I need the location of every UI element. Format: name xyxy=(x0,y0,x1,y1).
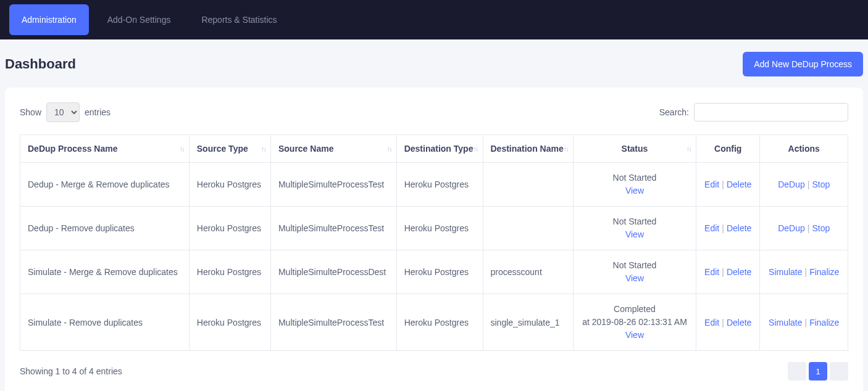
nav-tab-reports-statistics[interactable]: Reports & Statistics xyxy=(189,4,289,35)
table-info: Showing 1 to 4 of 4 entries xyxy=(20,366,122,376)
dashboard-card: Show 10 entries Search: DeDup Process Na… xyxy=(5,88,863,391)
sort-icon: ↑↓ xyxy=(686,145,691,152)
separator: | xyxy=(722,179,724,189)
search-input[interactable] xyxy=(694,103,848,121)
status-line1: Not Started xyxy=(581,171,688,184)
delete-link[interactable]: Delete xyxy=(727,267,751,277)
length-menu: Show 10 entries xyxy=(20,102,111,122)
cell-dest-type: Heroku Postgres xyxy=(396,207,483,250)
cell-dest-name xyxy=(483,163,573,207)
cell-source-type: Heroku Postgres xyxy=(189,207,270,250)
separator: | xyxy=(807,223,810,233)
processes-table: DeDup Process Name↑↓ Source Type↑↓ Sourc… xyxy=(20,134,848,351)
col-dest-type[interactable]: Destination Type↑↓ xyxy=(396,135,483,163)
status-view-link[interactable]: View xyxy=(625,186,644,196)
action-link-1[interactable]: DeDup xyxy=(778,179,805,189)
cell-actions: Simulate|Finalize xyxy=(760,250,848,294)
cell-dest-type: Heroku Postgres xyxy=(396,250,483,294)
action-link-2[interactable]: Finalize xyxy=(809,318,839,327)
cell-actions: DeDup|Stop xyxy=(760,207,848,250)
page-1[interactable]: 1 xyxy=(809,362,827,381)
cell-status: Completedat 2019-08-26 02:13:31 AMView xyxy=(573,294,696,351)
col-source-type[interactable]: Source Type↑↓ xyxy=(189,135,270,163)
table-row: Dedup - Remove duplicatesHeroku Postgres… xyxy=(20,207,848,250)
cell-source-name: MultipleSimulteProcessTest xyxy=(270,163,396,207)
col-status[interactable]: Status↑↓ xyxy=(573,135,696,163)
action-link-2[interactable]: Stop xyxy=(812,179,830,189)
page-title: Dashboard xyxy=(5,56,76,72)
action-link-2[interactable]: Stop xyxy=(812,223,830,233)
cell-status: Not StartedView xyxy=(573,207,696,250)
nav-tab-addon-settings[interactable]: Add-On Settings xyxy=(95,4,183,35)
status-line1: Not Started xyxy=(581,259,688,272)
sort-icon: ↑↓ xyxy=(261,145,265,152)
edit-link[interactable]: Edit xyxy=(704,223,719,233)
separator: | xyxy=(722,318,724,327)
cell-config: Edit|Delete xyxy=(696,207,759,250)
status-line1: Not Started xyxy=(581,215,688,228)
cell-status: Not StartedView xyxy=(573,163,696,207)
edit-link[interactable]: Edit xyxy=(704,179,719,189)
separator: | xyxy=(805,267,807,277)
cell-source-name: MultipleSimulteProcessTest xyxy=(270,294,396,351)
table-row: Simulate - Merge & Remove duplicatesHero… xyxy=(20,250,848,294)
action-link-1[interactable]: DeDup xyxy=(778,223,805,233)
status-line2: at 2019-08-26 02:13:31 AM xyxy=(581,316,688,329)
action-link-1[interactable]: Simulate xyxy=(769,267,802,277)
delete-link[interactable]: Delete xyxy=(727,179,751,189)
navbar: Administration Add-On Settings Reports &… xyxy=(0,0,868,39)
cell-source-type: Heroku Postgres xyxy=(189,163,270,207)
cell-process-name: Simulate - Remove duplicates xyxy=(20,294,190,351)
sort-icon: ↑↓ xyxy=(387,145,391,152)
cell-actions: DeDup|Stop xyxy=(760,163,848,207)
cell-config: Edit|Delete xyxy=(696,250,759,294)
cell-source-name: MultipleSimulteProcessTest xyxy=(270,207,396,250)
cell-source-name: MultipleSimulteProcessDest xyxy=(270,250,396,294)
cell-process-name: Dedup - Merge & Remove duplicates xyxy=(20,163,190,207)
page-next[interactable] xyxy=(830,362,848,381)
status-view-link[interactable]: View xyxy=(625,273,644,283)
table-row: Simulate - Remove duplicatesHeroku Postg… xyxy=(20,294,848,351)
cell-config: Edit|Delete xyxy=(696,294,759,351)
pagination: 1 xyxy=(788,362,848,381)
table-row: Dedup - Merge & Remove duplicatesHeroku … xyxy=(20,163,848,207)
cell-actions: Simulate|Finalize xyxy=(760,294,848,351)
status-line1: Completed xyxy=(581,303,688,316)
sort-icon: ↑↓ xyxy=(180,145,184,152)
add-new-dedup-button[interactable]: Add New DeDup Process xyxy=(743,52,863,76)
edit-link[interactable]: Edit xyxy=(704,267,719,277)
separator: | xyxy=(722,267,724,277)
col-actions: Actions xyxy=(760,135,848,163)
action-link-1[interactable]: Simulate xyxy=(769,318,802,327)
cell-dest-name xyxy=(483,207,573,250)
page-prev[interactable] xyxy=(788,362,806,381)
action-link-2[interactable]: Finalize xyxy=(809,267,839,277)
cell-source-type: Heroku Postgres xyxy=(189,250,270,294)
status-view-link[interactable]: View xyxy=(625,330,644,340)
cell-dest-type: Heroku Postgres xyxy=(396,294,483,351)
sort-icon: ↑↓ xyxy=(474,145,478,152)
status-view-link[interactable]: View xyxy=(625,229,644,239)
separator: | xyxy=(805,318,807,327)
cell-source-type: Heroku Postgres xyxy=(189,294,270,351)
col-dest-name[interactable]: Destination Name↑↓ xyxy=(483,135,573,163)
nav-tab-administration[interactable]: Administration xyxy=(9,4,89,35)
cell-dest-name: single_simulate_1 xyxy=(483,294,573,351)
length-entries-label: entries xyxy=(85,107,111,117)
col-source-name[interactable]: Source Name↑↓ xyxy=(270,135,396,163)
cell-dest-name: processcount xyxy=(483,250,573,294)
cell-process-name: Dedup - Remove duplicates xyxy=(20,207,190,250)
length-select[interactable]: 10 xyxy=(46,102,80,122)
search-group: Search: xyxy=(659,103,848,121)
cell-config: Edit|Delete xyxy=(696,163,759,207)
cell-dest-type: Heroku Postgres xyxy=(396,163,483,207)
separator: | xyxy=(722,223,724,233)
delete-link[interactable]: Delete xyxy=(727,223,751,233)
edit-link[interactable]: Edit xyxy=(704,318,719,327)
separator: | xyxy=(807,179,810,189)
sort-icon: ↑↓ xyxy=(564,145,568,152)
search-label: Search: xyxy=(659,107,689,117)
col-process-name[interactable]: DeDup Process Name↑↓ xyxy=(20,135,190,163)
delete-link[interactable]: Delete xyxy=(727,318,751,327)
cell-status: Not StartedView xyxy=(573,250,696,294)
